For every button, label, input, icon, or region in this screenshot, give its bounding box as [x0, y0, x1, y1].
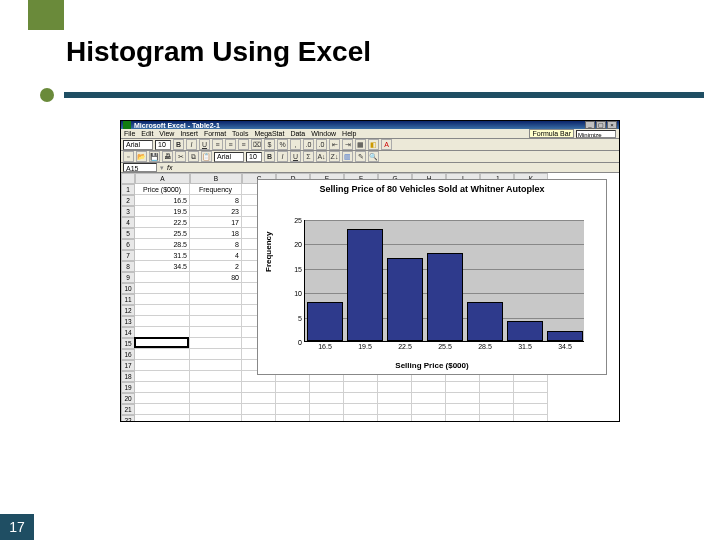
cell[interactable] [446, 382, 480, 393]
cell[interactable] [446, 404, 480, 415]
font-name-box[interactable]: Arial [123, 140, 153, 150]
cell[interactable] [378, 382, 412, 393]
close-button[interactable]: × [607, 121, 617, 129]
spreadsheet-grid[interactable]: 12345678910111213141516171819202122 ABCD… [121, 173, 619, 422]
cell[interactable] [378, 393, 412, 404]
row-header[interactable]: 21 [121, 404, 135, 415]
cell[interactable] [135, 272, 190, 283]
merge-button[interactable]: ⌧ [251, 139, 262, 150]
autosum-button[interactable]: Σ [303, 151, 314, 162]
menu-megastat[interactable]: MegaStat [254, 130, 284, 137]
column-header[interactable]: A [135, 173, 190, 184]
cell[interactable] [190, 283, 242, 294]
row-header[interactable]: 12 [121, 305, 135, 316]
menu-file[interactable]: File [124, 130, 135, 137]
cell[interactable]: 2 [190, 261, 242, 272]
row-header[interactable]: 19 [121, 382, 135, 393]
menu-edit[interactable]: Edit [141, 130, 153, 137]
row-header[interactable]: 3 [121, 206, 135, 217]
row-header[interactable]: 7 [121, 250, 135, 261]
cell[interactable] [190, 393, 242, 404]
cell[interactable] [190, 415, 242, 422]
name-box[interactable]: A15 [123, 163, 157, 172]
cell[interactable] [514, 404, 548, 415]
align-right-button[interactable]: ≡ [238, 139, 249, 150]
cell[interactable]: 34.5 [135, 261, 190, 272]
cell[interactable] [135, 349, 190, 360]
titlebar[interactable]: Microsoft Excel - Table2-1 _ ▢ × [121, 121, 619, 129]
cell[interactable] [446, 415, 480, 422]
cell[interactable] [135, 360, 190, 371]
cell[interactable] [310, 393, 344, 404]
cell[interactable] [514, 382, 548, 393]
cell[interactable] [190, 360, 242, 371]
open-button[interactable]: 📂 [136, 151, 147, 162]
cell[interactable]: 28.5 [135, 239, 190, 250]
chart-wizard-button[interactable]: ▥ [342, 151, 353, 162]
cell[interactable]: 18 [190, 228, 242, 239]
menu-window[interactable]: Window [311, 130, 336, 137]
cell[interactable] [242, 415, 276, 422]
row-header[interactable]: 22 [121, 415, 135, 422]
menu-format[interactable]: Format [204, 130, 226, 137]
cell[interactable] [480, 382, 514, 393]
standard-toolbar[interactable]: ▫ 📂 💾 🖶 ✂ ⧉ 📋 Arial 10 B I U Σ A↓ Z↓ ▥ ✎… [121, 151, 619, 163]
italic-button[interactable]: I [186, 139, 197, 150]
cell[interactable]: 23 [190, 206, 242, 217]
formula-bar[interactable]: A15 ▾ fx [121, 163, 619, 173]
cell[interactable]: 80 [190, 272, 242, 283]
cell[interactable] [514, 393, 548, 404]
row-header[interactable]: 4 [121, 217, 135, 228]
cell[interactable] [276, 415, 310, 422]
cell[interactable]: 8 [190, 239, 242, 250]
cell[interactable] [135, 338, 190, 349]
menu-view[interactable]: View [159, 130, 174, 137]
cell[interactable] [190, 382, 242, 393]
increase-indent-button[interactable]: ⇥ [342, 139, 353, 150]
row-header[interactable]: 2 [121, 195, 135, 206]
copy-button[interactable]: ⧉ [188, 151, 199, 162]
font-name-box-2[interactable]: Arial [214, 152, 244, 162]
cell[interactable] [276, 393, 310, 404]
cell[interactable] [135, 382, 190, 393]
bold-button[interactable]: B [173, 139, 184, 150]
increase-decimal-button[interactable]: .0 [303, 139, 314, 150]
align-left-button[interactable]: ≡ [212, 139, 223, 150]
row-header[interactable]: 18 [121, 371, 135, 382]
align-center-button[interactable]: ≡ [225, 139, 236, 150]
row-header[interactable]: 13 [121, 316, 135, 327]
cell[interactable] [310, 382, 344, 393]
cell[interactable] [310, 404, 344, 415]
cell[interactable] [135, 393, 190, 404]
row-header[interactable]: 11 [121, 294, 135, 305]
cell[interactable] [344, 404, 378, 415]
cell[interactable] [378, 404, 412, 415]
menubar[interactable]: File Edit View Insert Format Tools MegaS… [121, 129, 619, 139]
cell[interactable]: 31.5 [135, 250, 190, 261]
row-header[interactable]: 6 [121, 239, 135, 250]
cell[interactable] [514, 415, 548, 422]
cell[interactable] [190, 349, 242, 360]
menu-data[interactable]: Data [290, 130, 305, 137]
minimize-button[interactable]: _ [585, 121, 595, 129]
select-all-corner[interactable] [121, 173, 135, 184]
sort-asc-button[interactable]: A↓ [316, 151, 327, 162]
cell[interactable] [480, 393, 514, 404]
cell[interactable] [190, 338, 242, 349]
cell[interactable]: 8 [190, 195, 242, 206]
cell[interactable] [135, 415, 190, 422]
cell[interactable] [242, 404, 276, 415]
paste-button[interactable]: 📋 [201, 151, 212, 162]
formatting-toolbar[interactable]: Arial 10 B I U ≡ ≡ ≡ ⌧ $ % , .0 .0 ⇤ ⇥ ▦… [121, 139, 619, 151]
new-button[interactable]: ▫ [123, 151, 134, 162]
row-header[interactable]: 15 [121, 338, 135, 349]
cell[interactable]: 22.5 [135, 217, 190, 228]
cut-button[interactable]: ✂ [175, 151, 186, 162]
cell[interactable] [276, 382, 310, 393]
cancel-icon[interactable]: ▾ [160, 164, 164, 172]
row-header[interactable]: 16 [121, 349, 135, 360]
cell[interactable] [446, 393, 480, 404]
embedded-chart[interactable]: Selling Price of 80 Vehicles Sold at Whi… [257, 179, 607, 375]
cell[interactable] [190, 327, 242, 338]
cell[interactable] [135, 316, 190, 327]
